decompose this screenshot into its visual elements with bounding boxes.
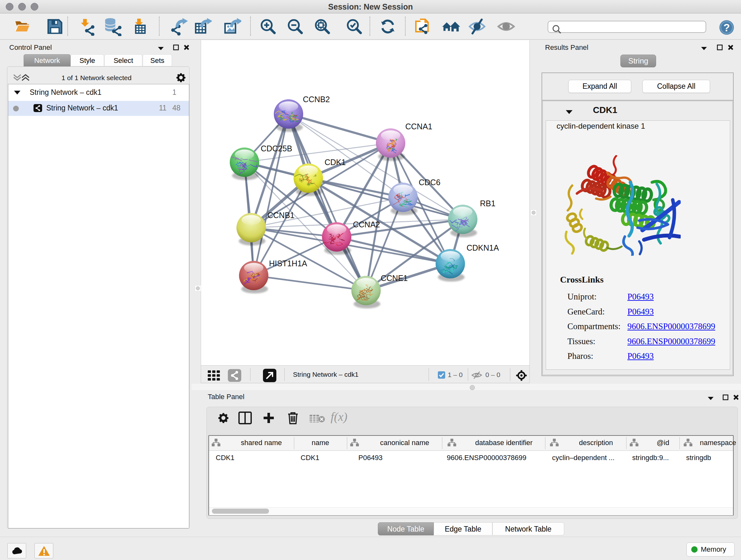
svg-text:CDC6: CDC6 (419, 178, 441, 187)
svg-text:CDC25B: CDC25B (261, 144, 292, 153)
svg-text:CCNB2: CCNB2 (303, 95, 330, 104)
svg-text:CCNA1: CCNA1 (405, 122, 432, 131)
svg-text:HIST1H1A: HIST1H1A (269, 259, 307, 268)
svg-text:CCNE1: CCNE1 (381, 273, 408, 283)
svg-text:CDKN1A: CDKN1A (467, 243, 499, 252)
svg-text:RB1: RB1 (480, 199, 495, 208)
svg-text:CCNA2: CCNA2 (353, 220, 380, 229)
svg-text:CDK1: CDK1 (325, 158, 346, 167)
svg-text:CCNB1: CCNB1 (267, 211, 294, 220)
svg-text:?: ? (724, 22, 730, 34)
